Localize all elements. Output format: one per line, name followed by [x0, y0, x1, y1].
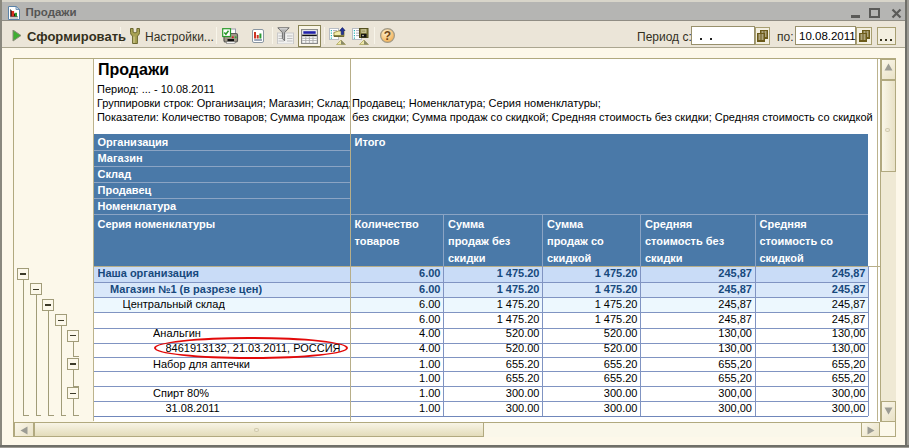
svg-text:?: ? [384, 29, 391, 43]
